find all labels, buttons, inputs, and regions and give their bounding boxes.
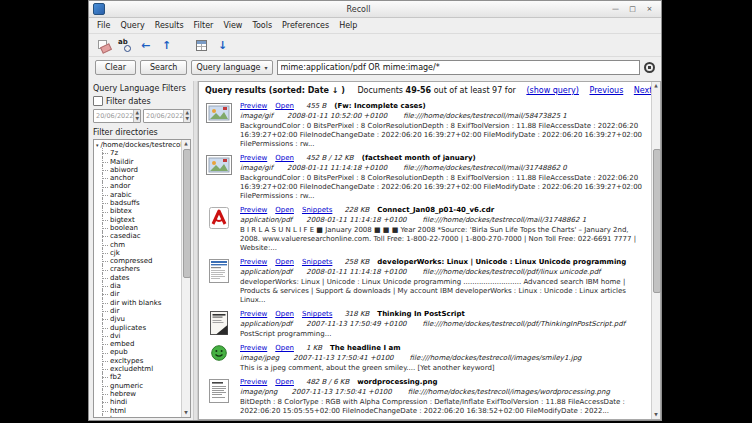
tree-item[interactable]: dvi [96,332,181,340]
preview-link[interactable]: Preview [240,102,267,110]
query-input[interactable] [277,60,640,75]
open-link[interactable]: Open [275,258,294,266]
menu-view[interactable]: View [218,20,247,31]
close-button[interactable]: × [642,3,657,16]
menu-preferences[interactable]: Preferences [277,20,334,31]
tree-item[interactable]: 7z [96,149,181,157]
maximize-button[interactable]: □ [625,3,640,16]
tree-item[interactable]: dates [96,274,181,282]
open-link[interactable]: Open [275,154,294,162]
scroll-down-icon[interactable]: ▼ [652,411,660,419]
date-to-spinner[interactable]: ▲▼ [183,110,190,122]
open-link[interactable]: Open [275,310,294,318]
tree-item[interactable]: anchor [96,174,181,182]
tree-item[interactable]: excludehtml [96,365,181,373]
tree-item[interactable]: bibtex [96,207,181,215]
tree-expander-icon[interactable]: ▾ [96,141,99,149]
tree-item[interactable]: chm [96,241,181,249]
scroll-up-icon[interactable]: ▲ [182,140,190,148]
tree-item[interactable]: andor [96,182,181,190]
tree-item[interactable]: dir with blanks [96,299,181,307]
preview-link[interactable]: Preview [240,344,267,352]
tree-item[interactable]: gnumeric [96,382,181,390]
first-page-icon[interactable]: ↑ [159,38,174,53]
tree-item[interactable]: hwp [96,415,181,417]
snippets-link[interactable]: Snippets [302,258,332,266]
term-explorer-icon[interactable] [117,38,132,53]
filter-dates-row[interactable]: Filter dates [93,96,191,106]
clear-search-icon[interactable] [96,38,111,53]
tree-item[interactable]: compressed [96,257,181,265]
preview-link[interactable]: Preview [240,206,267,214]
tree-item[interactable]: hindi [96,398,181,406]
menu-file[interactable]: File [92,20,115,31]
preview-link[interactable]: Preview [240,378,267,386]
menu-query[interactable]: Query [115,20,149,31]
spin-down-icon[interactable]: ▼ [134,116,140,122]
tree-item[interactable]: casediac [96,232,181,240]
tree-item[interactable]: crashers [96,265,181,273]
tree-scrollbar-thumb[interactable] [183,149,191,278]
open-link[interactable]: Open [275,206,294,214]
previous-page-icon[interactable]: ← [138,38,153,53]
menu-help[interactable]: Help [334,20,362,31]
clear-button[interactable]: Clear [95,60,136,75]
search-mode-select[interactable]: Query language ▾ [191,60,272,75]
results-scrollbar[interactable]: ▲ ▼ [651,82,660,419]
tree-item[interactable]: dir [96,290,181,298]
open-link[interactable]: Open [275,344,294,352]
date-from-spinner[interactable]: ▲▼ [133,110,140,122]
preview-link[interactable]: Preview [240,154,267,162]
scroll-down-icon[interactable]: ▼ [182,409,190,417]
tree-item[interactable]: Maildir [96,158,181,166]
date-to-field[interactable]: 20/06/2022 ▲▼ [143,109,191,123]
tree-item[interactable]: cjk [96,249,181,257]
filter-dates-checkbox[interactable] [93,96,103,106]
tree-item[interactable]: djvu [96,315,181,323]
directory-tree[interactable]: ▾ /home/dockes/testrecoll 7z Maildir abi… [94,140,181,417]
tree-item[interactable]: duplicates [96,324,181,332]
tree-item[interactable]: dia [96,282,181,290]
tree-item[interactable]: hebrew [96,390,181,398]
open-link[interactable]: Open [275,102,294,110]
tree-item[interactable]: abiword [96,166,181,174]
result-row[interactable]: PreviewOpenSnippets228 KBConnect_Jan08_p… [205,203,647,255]
result-row[interactable]: PreviewOpen482 B / 6 KBwordprocessing.pn… [205,375,647,418]
result-row[interactable]: PreviewOpen837 B / 115 KBGeorge Scott im… [205,418,647,419]
menu-filter[interactable]: Filter [189,20,219,31]
previous-page-link[interactable]: Previous [589,86,623,95]
minimize-button[interactable]: — [608,3,623,16]
tree-scrollbar[interactable]: ▲ ▼ [181,140,190,417]
show-query-link[interactable]: (show query) [526,86,579,95]
spin-down-icon[interactable]: ▼ [184,116,190,122]
tree-item[interactable]: fb2 [96,373,181,381]
tree-item[interactable]: excltypes [96,357,181,365]
table-view-icon[interactable] [194,38,209,53]
menu-results[interactable]: Results [150,20,189,31]
result-row[interactable]: PreviewOpen1 KBThe headline I am image/j… [205,341,647,375]
preview-link[interactable]: Preview [240,258,267,266]
result-row[interactable]: PreviewOpen452 B / 12 KB(factsheet month… [205,151,647,203]
menu-tools[interactable]: Tools [247,20,277,31]
tree-item[interactable]: boolean [96,224,181,232]
tree-root-item[interactable]: ▾ /home/dockes/testrecoll [96,141,181,149]
search-button[interactable]: Search [140,60,187,75]
tree-item[interactable]: epub [96,348,181,356]
results-scrollbar-thumb[interactable] [653,149,661,293]
tree-item[interactable]: embed [96,340,181,348]
next-page-link[interactable]: Next [634,86,651,95]
tree-item[interactable]: arabic [96,191,181,199]
tree-item[interactable]: bigtext [96,216,181,224]
snippets-link[interactable]: Snippets [302,310,332,318]
titlebar[interactable]: Recoll — □ × [89,1,661,18]
date-from-field[interactable]: 20/06/2022 ▲▼ [93,109,141,123]
tree-item[interactable]: badsuffs [96,199,181,207]
scroll-up-icon[interactable]: ▲ [652,82,660,90]
snippets-link[interactable]: Snippets [302,206,332,214]
result-row[interactable]: PreviewOpenSnippets318 KBThinking In Pos… [205,307,647,341]
open-link[interactable]: Open [275,378,294,386]
preview-link[interactable]: Preview [240,310,267,318]
tree-item[interactable]: dir [96,307,181,315]
tree-item[interactable]: html [96,407,181,415]
result-row[interactable]: PreviewOpen455 B(Fw: Incomplete cases) i… [205,99,647,151]
